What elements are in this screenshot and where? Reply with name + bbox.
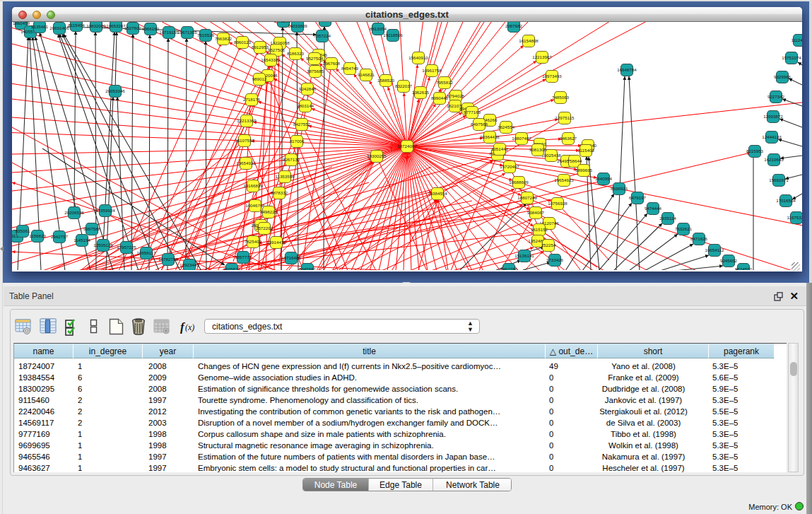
svg-text:9777169: 9777169 (464, 110, 481, 115)
svg-text:12975115: 12975115 (555, 115, 575, 120)
svg-text:12444133: 12444133 (762, 134, 782, 139)
svg-text:16154808: 16154808 (519, 38, 539, 43)
svg-text:20053346: 20053346 (105, 88, 125, 93)
svg-text:2572202: 2572202 (256, 226, 273, 230)
svg-text:2460481: 2460481 (317, 22, 334, 23)
svg-text:9527508: 9527508 (306, 56, 324, 61)
svg-text:1362615: 1362615 (412, 90, 430, 95)
svg-text:4498222: 4498222 (260, 209, 278, 214)
svg-text:10756928: 10756928 (548, 201, 567, 206)
svg-text:10719155: 10719155 (159, 30, 179, 35)
svg-text:1615152: 1615152 (531, 227, 548, 232)
svg-text:1860459: 1860459 (13, 22, 30, 25)
svg-text:10671355: 10671355 (177, 30, 197, 35)
svg-text:10688609: 10688609 (509, 180, 529, 185)
svg-text:9345881: 9345881 (299, 267, 317, 270)
svg-text:8912953: 8912953 (252, 45, 269, 49)
svg-text:10653267: 10653267 (106, 23, 126, 28)
svg-text:16107552: 16107552 (235, 138, 254, 143)
svg-text:7515526: 7515526 (197, 33, 215, 37)
svg-text:12093872: 12093872 (763, 114, 783, 119)
svg-text:19218506: 19218506 (383, 33, 403, 37)
svg-text:9081300: 9081300 (529, 147, 547, 152)
svg-text:1527602: 1527602 (124, 25, 142, 30)
svg-text:16782759: 16782759 (158, 257, 178, 262)
svg-text:1112480: 1112480 (791, 37, 802, 42)
svg-text:7632621: 7632621 (675, 226, 693, 231)
svg-text:20364436: 20364436 (480, 134, 500, 139)
svg-text:8813054: 8813054 (370, 26, 387, 31)
svg-text:1588520: 1588520 (377, 78, 395, 83)
svg-text:3875685: 3875685 (307, 69, 324, 74)
svg-text:16648784: 16648784 (617, 67, 637, 72)
svg-text:9997588: 9997588 (83, 226, 101, 231)
svg-text:9227342: 9227342 (767, 94, 785, 99)
svg-text:17957225: 17957225 (117, 245, 136, 250)
svg-text:15692971: 15692971 (769, 177, 789, 182)
svg-text:8322037: 8322037 (395, 83, 413, 88)
svg-text:9146821: 9146821 (358, 72, 375, 77)
svg-text:9524502: 9524502 (735, 267, 753, 270)
svg-text:9474444: 9474444 (645, 206, 662, 211)
svg-text:18300295: 18300295 (367, 153, 387, 158)
svg-text:7663822: 7663822 (215, 36, 233, 41)
svg-text:989012: 989012 (252, 76, 267, 81)
svg-text:3624554: 3624554 (498, 124, 515, 129)
svg-text:10973493: 10973493 (542, 74, 562, 78)
svg-text:20691406: 20691406 (49, 25, 69, 30)
svg-text:8605621: 8605621 (223, 267, 241, 270)
svg-text:19654923: 19654923 (554, 177, 574, 182)
svg-text:16210643: 16210643 (764, 157, 784, 162)
svg-text:9329966: 9329966 (774, 74, 792, 79)
svg-text:(x): (x) (185, 322, 194, 332)
svg-text:7625402: 7625402 (245, 239, 262, 244)
svg-text:1733426: 1733426 (546, 257, 564, 262)
svg-text:3115403: 3115403 (577, 148, 594, 153)
svg-text:6794028: 6794028 (447, 93, 465, 98)
svg-text:15751074: 15751074 (782, 55, 801, 60)
svg-text:2803144: 2803144 (297, 103, 314, 108)
svg-text:6497568: 6497568 (471, 122, 488, 127)
svg-text:7955812: 7955812 (436, 80, 454, 85)
svg-text:11675336: 11675336 (787, 215, 802, 220)
svg-text:2718176: 2718176 (243, 97, 261, 102)
svg-text:8938923: 8938923 (611, 186, 628, 191)
svg-text:9527506: 9527506 (268, 47, 286, 52)
svg-text:16033809: 16033809 (288, 23, 307, 28)
svg-text:8471626: 8471626 (690, 236, 708, 241)
svg-text:10958117: 10958117 (136, 250, 156, 255)
svg-text:16914479: 16914479 (266, 240, 286, 245)
svg-text:1640954: 1640954 (595, 176, 613, 181)
svg-text:9245652: 9245652 (720, 258, 738, 263)
svg-text:8427552: 8427552 (293, 122, 311, 127)
svg-text:17016504: 17016504 (776, 198, 796, 203)
svg-text:2967608: 2967608 (323, 61, 341, 66)
svg-text:15640910: 15640910 (408, 55, 428, 60)
svg-text:1145194: 1145194 (73, 238, 90, 243)
svg-text:2942757: 2942757 (51, 234, 69, 239)
svg-text:19166829: 19166829 (243, 183, 263, 188)
svg-text:6966160: 6966160 (142, 26, 160, 31)
svg-text:18807249: 18807249 (517, 195, 537, 200)
svg-text:817006: 817006 (290, 139, 305, 144)
svg-text:19654923: 19654923 (236, 160, 256, 165)
svg-text:16543382: 16543382 (261, 57, 281, 62)
svg-text:8960123: 8960123 (234, 40, 252, 45)
svg-text:20206536: 20206536 (64, 210, 84, 215)
svg-text:2935114: 2935114 (659, 216, 676, 221)
svg-text:6479197: 6479197 (629, 195, 647, 200)
svg-text:9463627: 9463627 (560, 136, 577, 141)
svg-text:9242848: 9242848 (299, 86, 317, 91)
svg-text:8186323: 8186323 (287, 51, 305, 56)
svg-text:6899695: 6899695 (575, 168, 593, 173)
svg-text:10832009: 10832009 (86, 23, 106, 28)
svg-text:8878332: 8878332 (271, 190, 288, 195)
svg-text:9857771: 9857771 (235, 255, 252, 259)
svg-text:1156829: 1156829 (29, 233, 46, 238)
svg-text:12213967: 12213967 (532, 54, 552, 59)
svg-text:10025438: 10025438 (541, 153, 561, 158)
svg-text:9135461: 9135461 (31, 24, 49, 29)
svg-text:19384554: 19384554 (428, 191, 447, 196)
svg-text:10807487: 10807487 (512, 136, 531, 141)
svg-text:10654112: 10654112 (705, 247, 724, 252)
